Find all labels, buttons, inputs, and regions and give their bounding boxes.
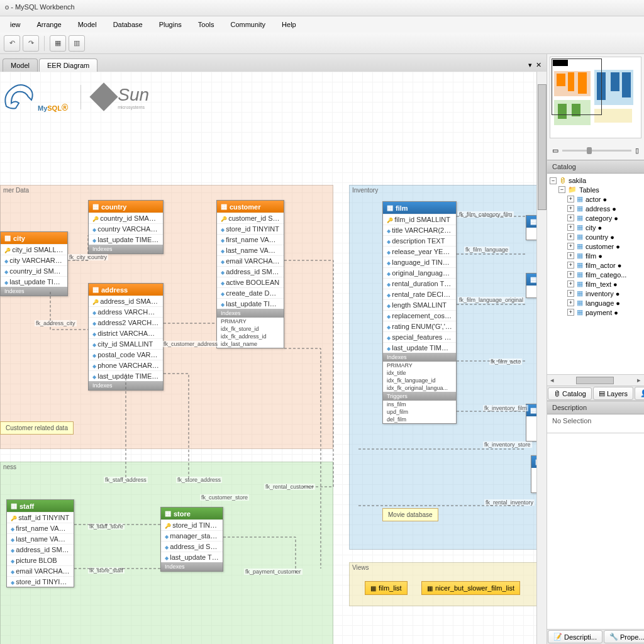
region-label: Inventory [352,187,378,194]
menu-community[interactable]: Community [223,18,273,31]
table-city[interactable]: ▦ city city_id SMALLINT city VARCHAR(50)… [0,231,68,296]
sun-logo: Sunmicrosystems [80,85,149,109]
dolphin-icon [0,78,38,116]
note-movie[interactable]: Movie database [382,508,438,521]
fk-label: fk_film_language [464,247,509,253]
undo-button[interactable]: ↶ [4,35,20,52]
catalog-header: Catalog [547,160,644,174]
canvas-vscrollbar[interactable] [536,72,547,644]
description-header: Description [547,401,644,414]
fk-label: fk_staff_store [88,523,125,530]
tab-close-icon[interactable]: ✕ [536,61,541,69]
tab-catalog[interactable]: 🛢 Catalog [548,387,592,400]
eer-canvas[interactable]: MySQL® Sunmicrosystems mer Data Inventor… [0,72,547,644]
window-title: o - MySQL Workbench [0,0,644,16]
menu-arrange[interactable]: Arrange [30,18,69,31]
tab-eer-diagram[interactable]: EER Diagram [39,58,97,72]
tab-model[interactable]: Model [3,58,38,72]
tab-layers[interactable]: ▤ Layers [593,387,633,400]
tab-dropdown-icon[interactable]: ▾ [528,61,532,69]
tab-more[interactable]: 👤 [635,387,644,400]
document-tabs: Model EER Diagram ▾ ✕ [0,54,547,72]
table-country[interactable]: ▦ country country_id SMALLINT country VA… [88,200,164,254]
redo-button[interactable]: ↷ [23,35,39,52]
table-customer[interactable]: ▦ customer customer_id SMALLI... store_i… [216,200,284,348]
fk-label: fk_film_category_film [458,211,514,218]
zoom-in-icon[interactable]: ▯ [635,147,639,155]
menu-tools[interactable]: Tools [191,18,222,31]
table-film[interactable]: ▦ film film_id SMALLINT title VARCHAR(25… [382,201,457,424]
fk-label: fk_address_city [35,320,77,326]
navigator-minimap[interactable] [550,57,641,138]
region-label: Views [352,564,369,571]
view-film-list[interactable]: ▦ film_list [365,581,408,595]
grid-toggle-button[interactable]: ▦ [50,35,66,52]
fk-label: fk_inventory_film [483,405,528,411]
region-label: mer Data [3,187,29,194]
fk-label: fk_customer_store [200,494,249,501]
region-label: ness [3,464,16,470]
tab-description[interactable]: 📝 Descripti... [548,630,602,643]
tree-hscroll[interactable]: ◂▸ [547,374,644,386]
logo-area: MySQL® Sunmicrosystems [0,78,149,116]
table-store[interactable]: ▦ store store_id TINYINT manager_staff_i… [160,507,223,572]
fk-label: fk_customer_address [162,341,219,347]
menu-database[interactable]: Database [106,18,150,31]
menu-bar: iew Arrange Model Database Plugins Tools… [0,16,644,33]
fk-label: fk_film_language_original [458,297,525,303]
bottom-tabs: 📝 Descripti... 🔧 Prope... [547,629,644,644]
fk-label: fk_staff_address [104,477,148,483]
table-staff[interactable]: ▦ staff staff_id TINYINT first_name VARC… [6,499,74,587]
fk-label: fk_store_address [176,477,222,483]
description-body: No Selection [547,414,644,433]
menu-plugins[interactable]: Plugins [152,18,189,31]
fk-label: fk_rental_customer [264,484,315,490]
zoom-out-icon[interactable]: ▭ [552,147,558,155]
toolbar: ↶ ↷ ▦ ▥ [0,33,644,54]
menu-model[interactable]: Model [70,18,104,31]
fk-label: fk_film_acto [489,358,522,365]
note-customer[interactable]: Customer related data [0,421,74,435]
fk-label: fk_inventory_store [483,441,532,448]
menu-view[interactable]: iew [3,18,28,31]
table-address[interactable]: ▦ address address_id SMALLINT address VA… [88,283,164,391]
fk-label: fk_payment_customer [244,569,303,575]
view-nicer[interactable]: ▦ nicer_but_slower_film_list [421,581,520,595]
zoom-slider[interactable]: ▭ ▯ [547,141,644,160]
side-tabs: 🛢 Catalog ▤ Layers 👤 [547,386,644,401]
mysql-logo: MySQL® [38,92,68,116]
catalog-tree[interactable]: −🛢sakila −📁Tables +▦actor ● +▦address ● … [547,174,644,374]
side-panel: ▭ ▯ Catalog −🛢sakila −📁Tables +▦actor ● … [547,54,644,644]
align-button[interactable]: ▥ [69,35,85,52]
menu-help[interactable]: Help [274,18,304,31]
fk-label: fk_store_staff [88,567,125,574]
fk-label: fk_rental_inventory [484,499,535,506]
fk-label: fk_city_country [68,254,108,260]
tab-properties[interactable]: 🔧 Prope... [604,630,644,643]
